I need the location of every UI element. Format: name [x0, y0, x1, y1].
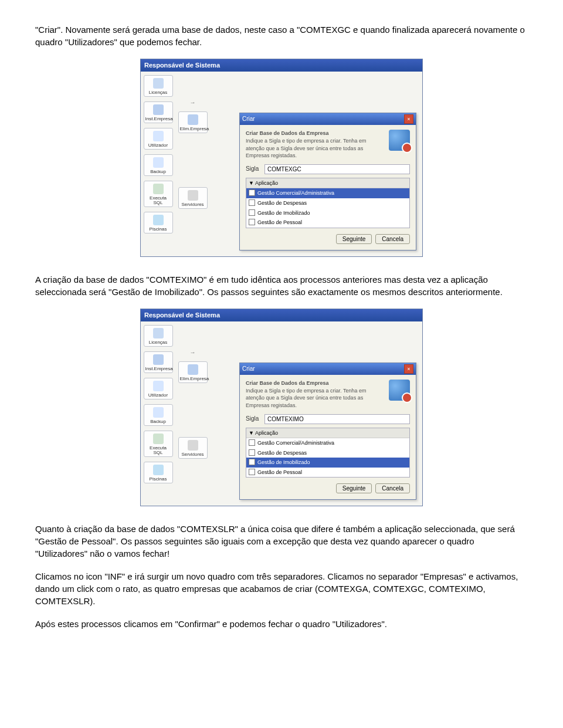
sidebar-item-elim-empresa[interactable]: Elim.Empresa — [178, 361, 208, 383]
list-item[interactable]: Gestão de Imobilizado — [246, 458, 409, 468]
app-list[interactable]: ▼ Aplicação Gestão Comercial/Administrat… — [246, 178, 410, 228]
paragraph-3: Quanto à criação da base de dados "COMTE… — [35, 523, 528, 560]
arrow-icon: → — [182, 348, 204, 357]
sidebar-label: Inst.Empresa — [145, 366, 173, 371]
create-dialog: Criar × Criar Base de Dados da Empresa I… — [239, 113, 416, 250]
cancel-button[interactable]: Cancela — [375, 483, 410, 493]
list-item-label: Gestão de Imobilizado — [257, 459, 310, 466]
list-item-label: Gestão Comercial/Administrativa — [257, 189, 334, 197]
sidebar-item-backup[interactable]: Backup — [144, 404, 173, 426]
sigla-label: Sigla — [246, 165, 261, 173]
screenshot-1: Responsável de Sistema Licenças Inst.Emp… — [35, 59, 528, 257]
sidebar-label: Licenças — [149, 90, 168, 95]
sidebar-item-executa-sql[interactable]: Executa SQL — [144, 181, 173, 207]
paragraph-5: Após estes processos clicamos em "Confir… — [35, 618, 528, 630]
screenshot-2: Responsável de Sistema Licenças Inst.Emp… — [35, 309, 528, 507]
list-item[interactable]: Gestão Comercial/Administrativa — [246, 438, 409, 448]
sidebar-item-inst-empresa[interactable]: Inst.Empresa — [144, 101, 173, 123]
next-button[interactable]: Seguinte — [336, 234, 372, 244]
list-item-label: Gestão de Pessoal — [257, 469, 302, 476]
sigla-input[interactable] — [264, 414, 410, 424]
list-item-label: Gestão Comercial/Administrativa — [257, 439, 334, 447]
app-list[interactable]: ▼ Aplicação Gestão Comercial/Administrat… — [246, 428, 410, 478]
sidebar-label: Licenças — [149, 340, 168, 345]
database-icon — [389, 380, 410, 401]
sidebar-col-1: Licenças Inst.Empresa Utilizador Backup … — [141, 72, 175, 256]
list-header: ▼ Aplicação — [246, 428, 409, 439]
sidebar-item-utilizador[interactable]: Utilizador — [144, 128, 173, 150]
close-icon[interactable]: × — [404, 114, 413, 124]
list-item-label: Gestão de Despesas — [257, 449, 307, 457]
sidebar-item-elim-empresa[interactable]: Elim.Empresa — [178, 111, 208, 133]
dialog-title: Criar — [242, 365, 255, 373]
paragraph-2: A criação da base de dados "COMTEXIMO" é… — [35, 273, 528, 298]
database-icon — [389, 130, 410, 151]
list-item-label: Gestão de Imobilizado — [257, 209, 310, 217]
sidebar-item-utilizador[interactable]: Utilizador — [144, 378, 173, 399]
dialog-title: Criar — [242, 115, 255, 123]
sidebar-label: Servidores — [181, 202, 204, 207]
list-item[interactable]: Gestão Comercial/Administrativa — [246, 188, 409, 198]
list-item[interactable]: Gestão de Despesas — [246, 448, 409, 458]
sidebar-label: Executa SQL — [150, 195, 167, 205]
paragraph-4: Clicamos no icon "INF" e irá surgir um n… — [35, 570, 528, 607]
sidebar-col-2: → Elim.Empresa Servidores — [175, 321, 210, 506]
list-item-label: Gestão de Despesas — [257, 199, 307, 207]
create-dialog: Criar × Criar Base de Dados da Empresa I… — [239, 363, 416, 500]
sidebar-item-servidores[interactable]: Servidores — [178, 187, 208, 209]
sidebar-item-backup[interactable]: Backup — [144, 154, 173, 176]
app-window: Responsável de Sistema Licenças Inst.Emp… — [140, 309, 423, 507]
sidebar-label: Inst.Empresa — [145, 116, 173, 121]
next-button[interactable]: Seguinte — [336, 483, 372, 493]
dialog-description: Indique a Sigla e tipo de empresa a cria… — [246, 138, 366, 158]
list-item[interactable]: Gestão de Pessoal — [246, 468, 409, 478]
sidebar-label: Utilizador — [148, 392, 168, 398]
sidebar-item-servidores[interactable]: Servidores — [178, 437, 208, 459]
sidebar-item-piscinas[interactable]: Piscinas — [144, 212, 173, 233]
dialog-heading: Criar Base de Dados da Empresa — [246, 130, 329, 136]
sidebar-item-piscinas[interactable]: Piscinas — [144, 462, 173, 483]
list-header: ▼ Aplicação — [246, 178, 409, 189]
sigla-label: Sigla — [246, 415, 261, 423]
sidebar-col-1: Licenças Inst.Empresa Utilizador Backup … — [141, 321, 175, 506]
sidebar-label: Piscinas — [150, 226, 167, 232]
dialog-heading: Criar Base de Dados da Empresa — [246, 380, 329, 386]
sidebar-label: Elim.Empresa — [180, 126, 209, 131]
sidebar-label: Servidores — [181, 452, 204, 457]
sidebar-label: Elim.Empresa — [180, 376, 209, 381]
close-icon[interactable]: × — [404, 364, 413, 374]
sidebar-label: Backup — [150, 419, 166, 424]
dialog-description: Indique a Sigla e tipo de empresa a cria… — [246, 388, 366, 408]
window-titlebar: Responsável de Sistema — [141, 309, 422, 321]
sidebar-col-2: → Elim.Empresa Servidores — [175, 72, 210, 256]
list-item[interactable]: Gestão de Imobilizado — [246, 208, 409, 218]
app-window: Responsável de Sistema Licenças Inst.Emp… — [140, 59, 423, 257]
list-item-label: Gestão de Pessoal — [257, 219, 302, 226]
arrow-icon: → — [182, 99, 204, 107]
sigla-input[interactable] — [264, 164, 410, 174]
sidebar-label: Backup — [150, 169, 166, 174]
list-item[interactable]: Gestão de Despesas — [246, 198, 409, 208]
sidebar-label: Piscinas — [150, 476, 167, 482]
paragraph-1: "Criar". Novamente será gerada uma base … — [35, 23, 528, 48]
sidebar-item-licencas[interactable]: Licenças — [144, 75, 173, 97]
sidebar-label: Executa SQL — [150, 445, 167, 455]
sidebar-item-licencas[interactable]: Licenças — [144, 325, 173, 347]
window-titlebar: Responsável de Sistema — [141, 59, 422, 72]
sidebar-label: Utilizador — [148, 143, 168, 148]
cancel-button[interactable]: Cancela — [375, 234, 410, 244]
sidebar-item-executa-sql[interactable]: Executa SQL — [144, 431, 173, 457]
list-item[interactable]: Gestão de Pessoal — [246, 218, 409, 228]
sidebar-item-inst-empresa[interactable]: Inst.Empresa — [144, 351, 173, 373]
